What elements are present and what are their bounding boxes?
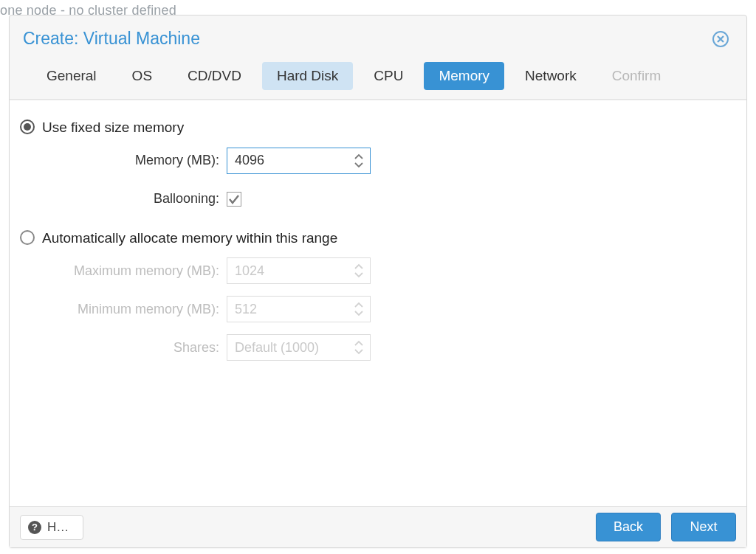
tab-network[interactable]: Network — [510, 62, 591, 90]
field-row-max-memory: Maximum memory (MB): — [20, 255, 736, 287]
fixed-memory-fields: Memory (MB): Ballooning: — [20, 145, 736, 215]
close-icon — [716, 35, 725, 44]
ballooning-checkbox[interactable] — [227, 192, 241, 207]
dialog-footer: ? H… Back Next — [10, 506, 746, 547]
ballooning-label: Ballooning: — [20, 191, 227, 207]
chevron-down-icon — [354, 309, 364, 316]
radio-auto-memory[interactable] — [20, 230, 35, 245]
chevron-up-icon — [354, 340, 364, 347]
tab-confirm: Confirm — [597, 62, 676, 90]
chevron-up-icon — [354, 153, 364, 161]
memory-panel: Use fixed size memory Memory (MB): Ballo… — [10, 100, 746, 506]
min-memory-label: Minimum memory (MB): — [20, 302, 227, 317]
auto-memory-fields: Maximum memory (MB): Minimum memory (MB)… — [20, 255, 736, 364]
radio-row-auto: Automatically allocate memory within thi… — [20, 229, 736, 248]
create-vm-dialog: Create: Virtual Machine General OS CD/DV… — [9, 15, 747, 548]
min-memory-spinner — [227, 296, 371, 322]
shares-spin-buttons — [354, 336, 365, 359]
tab-cpu[interactable]: CPU — [359, 62, 418, 90]
memory-spin-buttons[interactable] — [354, 150, 365, 172]
tab-hard-disk[interactable]: Hard Disk — [262, 62, 353, 90]
max-memory-spinner — [227, 257, 371, 284]
field-row-min-memory: Minimum memory (MB): — [20, 293, 736, 325]
tab-os[interactable]: OS — [117, 62, 167, 90]
field-row-shares: Shares: — [20, 331, 736, 364]
help-button[interactable]: ? H… — [20, 515, 83, 540]
chevron-down-icon — [354, 347, 364, 355]
tab-cddvd[interactable]: CD/DVD — [173, 62, 256, 90]
chevron-down-icon — [354, 161, 364, 168]
memory-label: Memory (MB): — [20, 153, 227, 168]
chevron-up-icon — [354, 263, 364, 271]
chevron-up-icon — [354, 302, 364, 309]
help-icon: ? — [28, 521, 41, 534]
tab-memory[interactable]: Memory — [424, 62, 504, 90]
tab-general[interactable]: General — [32, 62, 111, 90]
chevron-down-icon — [354, 271, 364, 278]
shares-spinner — [227, 334, 371, 361]
check-icon — [228, 193, 240, 205]
close-button[interactable] — [712, 31, 729, 47]
max-memory-label: Maximum memory (MB): — [20, 263, 227, 279]
max-memory-input — [227, 258, 370, 283]
dialog-title: Create: Virtual Machine — [23, 29, 200, 49]
radio-row-fixed: Use fixed size memory — [20, 118, 736, 137]
max-memory-spin-buttons — [354, 260, 365, 282]
memory-spinner[interactable] — [227, 148, 371, 174]
next-button[interactable]: Next — [671, 513, 736, 541]
memory-input[interactable] — [227, 148, 370, 173]
dialog-header: Create: Virtual Machine — [10, 15, 746, 55]
min-memory-input — [227, 297, 370, 322]
radio-auto-memory-label: Automatically allocate memory within thi… — [42, 229, 337, 248]
shares-label: Shares: — [20, 340, 227, 356]
min-memory-spin-buttons — [354, 298, 365, 320]
radio-fixed-memory[interactable] — [20, 120, 35, 134]
field-row-memory: Memory (MB): — [20, 145, 736, 177]
radio-fixed-memory-label: Use fixed size memory — [42, 118, 184, 137]
back-button[interactable]: Back — [596, 513, 661, 541]
field-row-ballooning: Ballooning: — [20, 183, 736, 215]
help-button-label: H… — [47, 520, 69, 535]
wizard-tabbar: General OS CD/DVD Hard Disk CPU Memory N… — [10, 55, 746, 100]
shares-input — [227, 335, 370, 360]
footer-actions: Back Next — [596, 513, 736, 541]
